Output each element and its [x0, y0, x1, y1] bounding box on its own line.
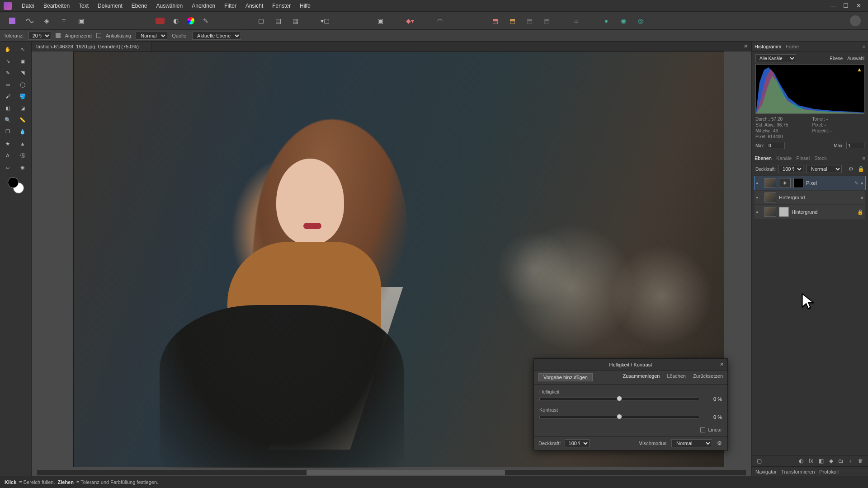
globe1-icon[interactable]: ●: [600, 15, 612, 27]
move-tool-icon[interactable]: ↖: [16, 44, 29, 55]
menu-bearbeiten[interactable]: Bearbeiten: [39, 3, 74, 9]
gradient-tool-icon[interactable]: ◧: [1, 103, 14, 114]
hist-max-field[interactable]: [846, 142, 864, 149]
layers-menu-icon[interactable]: ≡: [863, 155, 865, 161]
zoom-tool-icon[interactable]: 🔍: [1, 115, 14, 126]
dropper-icon[interactable]: ✎: [200, 15, 212, 27]
layer-dup-icon[interactable]: ⬒: [506, 15, 518, 27]
fg-color-swatch[interactable]: [8, 177, 19, 188]
star-tool-icon[interactable]: ★: [1, 138, 14, 149]
measure-tool-icon[interactable]: 📏: [16, 115, 29, 126]
shape-tool-icon[interactable]: ▲: [16, 138, 29, 149]
menu-fenster[interactable]: Fenster: [268, 3, 295, 9]
swatch-icon[interactable]: [156, 18, 165, 24]
panel-menu-icon[interactable]: ≡: [863, 44, 865, 49]
brightness-knob[interactable]: [617, 396, 622, 401]
layer-dot-icon[interactable]: ●: [860, 180, 863, 186]
maximize-icon[interactable]: ☐: [843, 2, 849, 9]
minimize-icon[interactable]: —: [830, 2, 836, 9]
add-mask-icon[interactable]: ◧: [817, 457, 825, 465]
select-partial-icon[interactable]: ▤: [272, 15, 284, 27]
persona-liquify-icon[interactable]: [24, 15, 35, 27]
perspective-tool-icon[interactable]: ▱: [1, 162, 14, 173]
layer-edit-icon[interactable]: ✎: [854, 180, 859, 186]
layer-opt1-icon[interactable]: ⬒: [524, 15, 535, 27]
crop-tool-icon[interactable]: ▣: [16, 56, 29, 66]
menu-dokument[interactable]: Dokument: [93, 3, 127, 9]
layer-mask-thumb[interactable]: [793, 178, 803, 188]
select-all-icon[interactable]: ▦: [289, 15, 301, 27]
layer-blend-select[interactable]: Normal: [806, 165, 842, 173]
select-none-icon[interactable]: ▢: [255, 15, 267, 27]
circle-icon[interactable]: ◐: [170, 15, 182, 27]
layer-row[interactable]: ▪ ☀ Pixel ✎●: [755, 176, 865, 190]
add-preset-button[interactable]: Vorgabe hinzufügen: [538, 373, 593, 381]
color-swatches[interactable]: [8, 177, 24, 193]
channels-select[interactable]: Alle Kanäle: [755, 54, 796, 62]
scrollbar-thumb[interactable]: [307, 470, 505, 475]
hist-min-field[interactable]: [767, 142, 785, 149]
hist-mode-auswahl[interactable]: Auswahl: [847, 56, 864, 61]
antialias-checkbox[interactable]: [96, 33, 101, 38]
menu-hilfe[interactable]: Hilfe: [295, 3, 315, 9]
add-group-icon[interactable]: 🗀: [837, 457, 844, 465]
brightness-slider[interactable]: [539, 398, 699, 400]
frame-text-tool-icon[interactable]: Ⓐ: [16, 150, 29, 161]
lasso-tool-icon[interactable]: ◯: [16, 79, 29, 90]
layer-row[interactable]: ▪ Hintergrund ●: [755, 191, 865, 204]
close-icon[interactable]: ✕: [855, 2, 862, 9]
text-tool-icon[interactable]: A: [1, 150, 14, 161]
tab-kanaele[interactable]: Kanäle: [776, 155, 792, 161]
contrast-slider[interactable]: [539, 416, 699, 418]
layer-visibility-icon[interactable]: ▪: [756, 209, 762, 215]
linear-checkbox[interactable]: [700, 427, 705, 432]
document-tab-close-icon[interactable]: ✕: [744, 43, 748, 49]
layer-opt2-icon[interactable]: ⬒: [541, 15, 552, 27]
pen-tool-icon[interactable]: ✎: [1, 67, 14, 78]
corner-tool-icon[interactable]: ◥: [16, 67, 29, 78]
contiguous-checkbox[interactable]: [56, 33, 61, 38]
layer-lock-toggle-icon[interactable]: 🔒: [857, 165, 864, 173]
dialog-close-icon[interactable]: ✕: [720, 361, 724, 367]
quicklook-icon[interactable]: ▾▢: [319, 15, 331, 27]
marquee-tool-icon[interactable]: ▭: [1, 79, 14, 90]
bucket-tool-icon[interactable]: 🪣: [16, 91, 29, 102]
blur-tool-icon[interactable]: 💧: [16, 127, 29, 137]
dialog-titlebar[interactable]: Helligkeit / Kontrast ✕: [534, 359, 727, 371]
delete-button[interactable]: Löschen: [667, 373, 686, 381]
crop-icon[interactable]: ▣: [374, 15, 386, 27]
menu-anordnen[interactable]: Anordnen: [187, 3, 220, 9]
brush-tool-icon[interactable]: 🖌: [1, 91, 14, 102]
layer-name[interactable]: Hintergrund: [792, 209, 854, 215]
node-tool-icon[interactable]: ↘: [1, 56, 14, 66]
dlg-blend-select[interactable]: Normal: [671, 439, 712, 447]
layer-row[interactable]: ▪ Hintergrund 🔒: [755, 205, 865, 219]
eraser-tool-icon[interactable]: ◪: [16, 103, 29, 114]
merge-button[interactable]: Zusammenlegen: [623, 373, 660, 381]
vr-icon[interactable]: ◠: [434, 15, 446, 27]
menu-datei[interactable]: Datei: [17, 3, 39, 9]
tab-histogramm[interactable]: Histogramm: [755, 44, 781, 49]
horizontal-scrollbar[interactable]: [37, 470, 746, 475]
hist-mode-ebene[interactable]: Ebene: [830, 56, 843, 61]
add-live-icon[interactable]: ◆: [827, 457, 835, 465]
persona-export-icon[interactable]: ▣: [75, 15, 87, 27]
dlg-gear-icon[interactable]: ⚙: [716, 440, 723, 447]
dlg-opacity-field[interactable]: 100 %: [565, 439, 590, 447]
menu-auswaehlen[interactable]: Auswählen: [151, 3, 187, 9]
tab-protokoll[interactable]: Protokoll: [819, 469, 839, 474]
layer-visibility-icon[interactable]: ▪: [756, 180, 762, 186]
layer-add-icon[interactable]: ⬒: [489, 15, 501, 27]
layer-opacity-field[interactable]: 100 %: [778, 165, 803, 173]
globe3-icon[interactable]: ◎: [635, 15, 646, 27]
add-fx-icon[interactable]: fx: [807, 457, 815, 465]
marker-icon[interactable]: ◆▾: [404, 15, 416, 27]
blendmode-select[interactable]: Normal: [136, 32, 167, 40]
persona-photo-icon[interactable]: [6, 15, 18, 27]
layer-name[interactable]: Hintergrund: [779, 195, 858, 200]
source-select[interactable]: Aktuelle Ebene: [192, 32, 241, 40]
clone-tool-icon[interactable]: ❒: [1, 127, 14, 137]
add-adjust-icon[interactable]: ◐: [797, 457, 805, 465]
tab-pinsel[interactable]: Pinsel: [796, 155, 810, 161]
tolerance-field[interactable]: 20 %: [28, 32, 51, 40]
